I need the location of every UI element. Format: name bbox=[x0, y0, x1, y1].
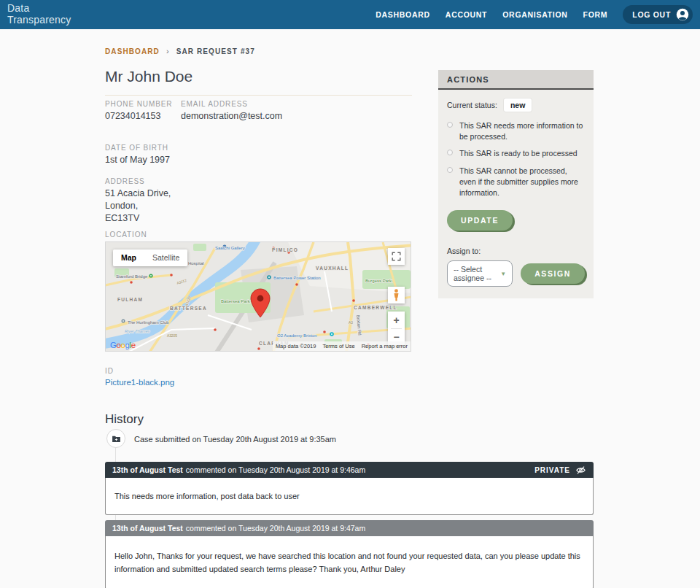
map-label-battersea-power: Battersea Power Station bbox=[273, 276, 321, 280]
comment-header: 13th of August Test commented on Tuesday… bbox=[105, 520, 594, 536]
field-email: EMAIL ADDRESS demonstration@test.com bbox=[181, 99, 349, 123]
radio-label: This SAR cannot be processed, even if th… bbox=[459, 166, 585, 199]
address-line-3: EC13TV bbox=[105, 212, 251, 225]
radio-icon[interactable] bbox=[447, 122, 453, 128]
map-label-saatchi: Saatchi Gallery bbox=[215, 246, 245, 250]
radio-label: This SAR is ready to be processed bbox=[459, 148, 578, 159]
nav-organisation[interactable]: ORGANISATION bbox=[502, 10, 567, 19]
map-attribution: Map data ©2019 Terms of Use Report a map… bbox=[273, 341, 411, 351]
map-pegman-button[interactable] bbox=[388, 287, 405, 303]
map-label-burgess: Burgess Park bbox=[365, 279, 392, 283]
actions-panel-body: Current status: new This SAR needs more … bbox=[438, 90, 594, 298]
user-avatar-icon bbox=[676, 8, 689, 21]
map-type-satellite-button[interactable]: Satellite bbox=[144, 249, 187, 266]
map-data-text: Map data ©2019 bbox=[276, 343, 316, 349]
private-badge: PRIVATE bbox=[534, 466, 570, 474]
eye-off-icon bbox=[575, 465, 586, 475]
terms-of-use-link[interactable]: Terms of Use bbox=[322, 343, 354, 349]
email-value: demonstration@test.com bbox=[181, 110, 349, 123]
pegman-icon bbox=[392, 289, 401, 301]
id-file-link[interactable]: Picture1-black.png bbox=[105, 378, 174, 387]
comment-public: 13th of August Test commented on Tuesday… bbox=[105, 520, 594, 588]
comment-meta: commented on Tuesday 20th August 2019 at… bbox=[186, 524, 365, 533]
map-label-pimlico: PIMLICO bbox=[272, 247, 298, 252]
field-phone: PHONE NUMBER 07234014153 bbox=[105, 99, 175, 123]
map-label-a3205: A3205 bbox=[167, 334, 177, 338]
map-label-battersea: BATTERSEA bbox=[170, 306, 207, 311]
field-id: ID Picture1-black.png bbox=[105, 366, 174, 387]
assignee-select-value: -- Select assignee -- bbox=[454, 265, 495, 282]
report-map-error-link[interactable]: Report a map error bbox=[362, 343, 408, 349]
nav-account[interactable]: ACCOUNT bbox=[446, 10, 487, 19]
update-button[interactable]: UPDATE bbox=[447, 210, 513, 231]
map-type-map-button[interactable]: Map bbox=[113, 249, 144, 266]
address-label: ADDRESS bbox=[105, 177, 251, 186]
breadcrumb-current: SAR REQUEST #37 bbox=[176, 47, 255, 55]
google-logo[interactable]: Google bbox=[110, 341, 136, 349]
phone-value: 07234014153 bbox=[105, 110, 175, 123]
dob-value: 1st of May 1997 bbox=[105, 154, 251, 166]
radio-needs-more-info[interactable]: This SAR needs more information to be pr… bbox=[447, 120, 585, 142]
nav-dashboard[interactable]: DASHBOARD bbox=[376, 10, 430, 19]
app-logo[interactable]: Data Transparency bbox=[7, 3, 71, 26]
google-map[interactable]: Saatchi Gallery PIMLICO Chelsea and West… bbox=[105, 241, 411, 352]
map-label-hurlingham: The Hurlingham Club bbox=[128, 320, 169, 325]
status-radio-group: This SAR needs more information to be pr… bbox=[447, 120, 585, 198]
comment-body: This needs more information, post data b… bbox=[105, 478, 594, 515]
breadcrumb-dashboard[interactable]: DASHBOARD bbox=[105, 47, 160, 55]
page-title: Mr John Doe bbox=[105, 68, 412, 85]
location-label: LOCATION bbox=[105, 230, 147, 239]
radio-icon[interactable] bbox=[447, 150, 453, 155]
folder-plus-icon bbox=[112, 434, 121, 444]
map-label-camberwell: CAMBERWELL bbox=[354, 305, 397, 310]
assign-to-label: Assign to: bbox=[447, 247, 585, 255]
title-section: Mr John Doe bbox=[105, 68, 412, 96]
map-label-fulham: FULHAM bbox=[117, 297, 143, 302]
chevron-down-icon: ▼ bbox=[500, 271, 506, 277]
top-navbar: Data Transparency DASHBOARD ACCOUNT ORGA… bbox=[0, 0, 700, 29]
field-address: ADDRESS 51 Acacia Drive, London, EC13TV bbox=[105, 177, 251, 225]
assign-button[interactable]: ASSIGN bbox=[521, 263, 585, 284]
radio-cannot-process[interactable]: This SAR cannot be processed, even if th… bbox=[447, 166, 585, 199]
map-type-control: Map Satellite bbox=[113, 249, 187, 266]
actions-panel-header: ACTIONS bbox=[438, 70, 594, 90]
map-label-vauxhall: VAUXHALL bbox=[316, 266, 349, 271]
map-label-a3: A3 bbox=[349, 321, 353, 325]
radio-icon[interactable] bbox=[447, 167, 453, 173]
radio-ready-to-process[interactable]: This SAR is ready to be processed bbox=[447, 148, 585, 159]
nav-form[interactable]: FORM bbox=[583, 10, 608, 19]
comment-body: Hello John, Thanks for your request, we … bbox=[105, 536, 594, 588]
email-label: EMAIL ADDRESS bbox=[181, 99, 349, 109]
phone-label: PHONE NUMBER bbox=[105, 99, 175, 109]
nav-items: DASHBOARD ACCOUNT ORGANISATION FORM LOG … bbox=[376, 0, 693, 29]
map-label-battersea-park: Battersea Park bbox=[221, 299, 251, 303]
comment-author: 13th of August Test bbox=[112, 524, 183, 533]
address-line-1: 51 Acacia Drive, bbox=[105, 187, 251, 200]
comment-meta: commented on Tuesday 20th August 2019 at… bbox=[186, 465, 365, 474]
current-status-label: Current status: bbox=[447, 101, 497, 109]
comment-header: 13th of August Test commented on Tuesday… bbox=[105, 462, 594, 478]
breadcrumb-separator-icon: › bbox=[166, 47, 170, 55]
map-label-stamford: Stamford Bridge bbox=[116, 274, 148, 279]
comment-author: 13th of August Test bbox=[112, 465, 183, 474]
logo-line2: Transparency bbox=[7, 15, 71, 26]
map-label-o2: O2 Academy Brixton bbox=[277, 333, 317, 338]
logo-line1: Data bbox=[7, 3, 71, 15]
assignee-select[interactable]: -- Select assignee -- ▼ bbox=[447, 260, 513, 287]
case-submitted-text: Case submitted on Tuesday 20th August 20… bbox=[134, 435, 336, 444]
logout-label: LOG OUT bbox=[632, 10, 671, 19]
dob-label: DATE OF BIRTH bbox=[105, 143, 251, 152]
radio-label: This SAR needs more information to be pr… bbox=[459, 120, 585, 142]
actions-panel: ACTIONS Current status: new This SAR nee… bbox=[438, 70, 594, 298]
fullscreen-icon bbox=[392, 252, 401, 261]
map-zoom-control: + − bbox=[388, 312, 405, 345]
zoom-in-button[interactable]: + bbox=[388, 312, 405, 328]
field-dob: DATE OF BIRTH 1st of May 1997 bbox=[105, 143, 251, 166]
address-line-2: London, bbox=[105, 200, 251, 212]
comment-private: 13th of August Test commented on Tuesday… bbox=[105, 462, 594, 515]
id-label: ID bbox=[105, 366, 174, 376]
case-submitted-icon-wrap bbox=[106, 429, 125, 448]
map-fullscreen-button[interactable] bbox=[388, 248, 405, 265]
history-heading: History bbox=[105, 412, 144, 427]
logout-button[interactable]: LOG OUT bbox=[623, 5, 693, 24]
